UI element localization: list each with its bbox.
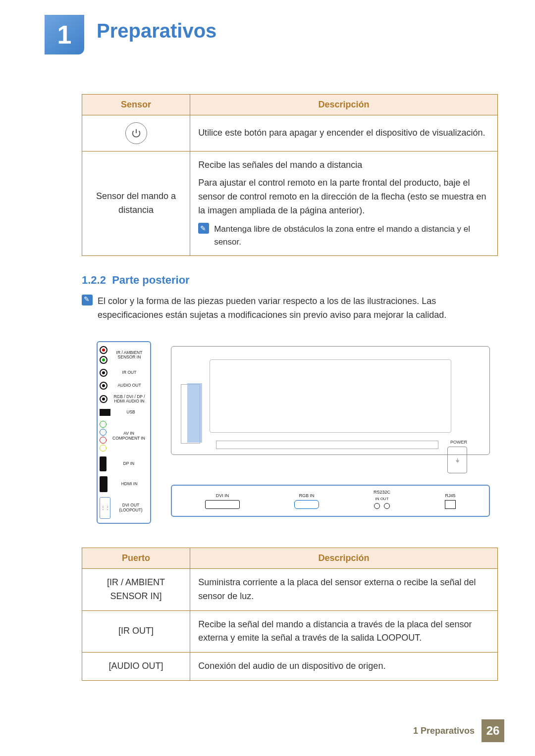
horizontal-port-panel: DVI IN RGB IN RS232C IN OUT RJ45 <box>171 485 490 517</box>
remote-desc-2: Para ajustar el control remoto en la par… <box>198 176 489 218</box>
section-title: Parte posterior <box>112 274 190 286</box>
port-header: Puerto <box>82 548 190 568</box>
ir-ambient-jack-icon <box>100 356 107 364</box>
hdmi-in-label: HDMI IN <box>110 482 148 486</box>
audio-out-jack-icon <box>100 382 107 390</box>
rgb-in-port-icon <box>294 500 319 509</box>
intro-note-text: El color y la forma de las piezas pueden… <box>98 295 498 322</box>
rs232c-in-icon <box>374 503 380 509</box>
port-name: [IR OUT] <box>82 610 190 653</box>
callout-highlight <box>187 383 202 443</box>
chapter-number-tab: 1 <box>45 15 84 54</box>
section-number: 1.2.2 <box>82 274 106 286</box>
port-desc-header: Descripción <box>190 548 498 568</box>
table-row: [IR OUT] Recibe la señal del mando a dis… <box>82 610 498 653</box>
table-row: Sensor del mando a distancia Recibe las … <box>82 151 498 256</box>
port-desc: Suministra corriente a la placa del sens… <box>190 568 498 610</box>
dvi-out-label: DVI OUT (LOOPOUT) <box>113 503 148 512</box>
section-heading: 1.2.2 Parte posterior <box>82 274 498 287</box>
sensor-table: Sensor Descripción Utilice este botón pa… <box>82 94 498 256</box>
page-number: 26 <box>482 719 504 742</box>
port-name: [AUDIO OUT] <box>82 653 190 681</box>
note-icon <box>82 295 93 305</box>
port-desc: Recibe la señal del mando a distancia a … <box>190 610 498 653</box>
usb-label: USB <box>113 410 148 414</box>
footer-text: 1 Preparativos <box>413 726 475 736</box>
port-name: [IR / AMBIENT SENSOR IN] <box>82 568 190 610</box>
monitor-rear-illustration: POWER ⏚ <box>171 346 490 455</box>
dvi-in-port-icon <box>205 500 240 509</box>
sensor-header: Sensor <box>82 95 190 115</box>
ir-ambient-label: IR / AMBIENT SENSOR IN <box>110 351 148 360</box>
hdmi-in-port-icon <box>100 476 107 492</box>
port-desc: Conexión del audio de un dispositivo de … <box>190 653 498 681</box>
remote-note: Mantenga libre de obstáculos la zona ent… <box>214 223 489 249</box>
av-component-jacks-icon <box>100 421 107 452</box>
audio-in-jack-icon <box>100 395 107 403</box>
dp-in-port-icon <box>100 456 107 471</box>
table-row: [AUDIO OUT] Conexión del audio de un dis… <box>82 653 498 681</box>
remote-desc-1: Recibe las señales del mando a distancia <box>198 158 489 172</box>
ir-ambient-jack-icon <box>100 346 107 354</box>
power-icon <box>125 122 147 144</box>
component-label: COMPONENT IN <box>112 436 145 441</box>
note-icon <box>198 223 209 234</box>
table-row: Utilice este botón para apagar y encende… <box>82 115 498 151</box>
dp-in-label: DP IN <box>109 461 148 466</box>
power-connector-icon: ⏚ <box>447 447 467 473</box>
dvi-out-port-icon <box>100 497 110 519</box>
power-label: POWER <box>450 440 467 445</box>
port-table: Puerto Descripción [IR / AMBIENT SENSOR … <box>82 548 498 681</box>
vertical-port-panel: IR / AMBIENT SENSOR IN IR OUT AUDIO OUT … <box>97 341 151 524</box>
rs232c-sub-label: IN OUT <box>375 497 388 501</box>
rj45-label: RJ45 <box>445 493 455 498</box>
power-desc: Utilice este botón para apagar y encende… <box>190 115 498 151</box>
chapter-title: Preparativos <box>97 20 216 42</box>
ir-out-label: IR OUT <box>110 370 148 375</box>
audio-in-label: RGB / DVI / DP / HDMI AUDIO IN <box>110 395 148 404</box>
rear-diagram: IR / AMBIENT SENSOR IN IR OUT AUDIO OUT … <box>82 332 498 536</box>
audio-out-label: AUDIO OUT <box>110 383 148 388</box>
rs232c-label: RS232C <box>374 490 390 495</box>
usb-port-icon <box>100 409 110 416</box>
dvi-in-label: DVI IN <box>216 493 229 498</box>
ir-out-jack-icon <box>100 369 107 377</box>
page-footer: 1 Preparativos 26 <box>413 719 504 742</box>
rgb-in-label: RGB IN <box>299 493 314 498</box>
table-row: [IR / AMBIENT SENSOR IN] Suministra corr… <box>82 568 498 610</box>
description-header: Descripción <box>190 95 498 115</box>
rj45-port-icon <box>445 500 456 509</box>
rs232c-out-icon <box>384 503 390 509</box>
remote-sensor-label: Sensor del mando a distancia <box>82 151 190 256</box>
chapter-number: 1 <box>57 20 72 50</box>
